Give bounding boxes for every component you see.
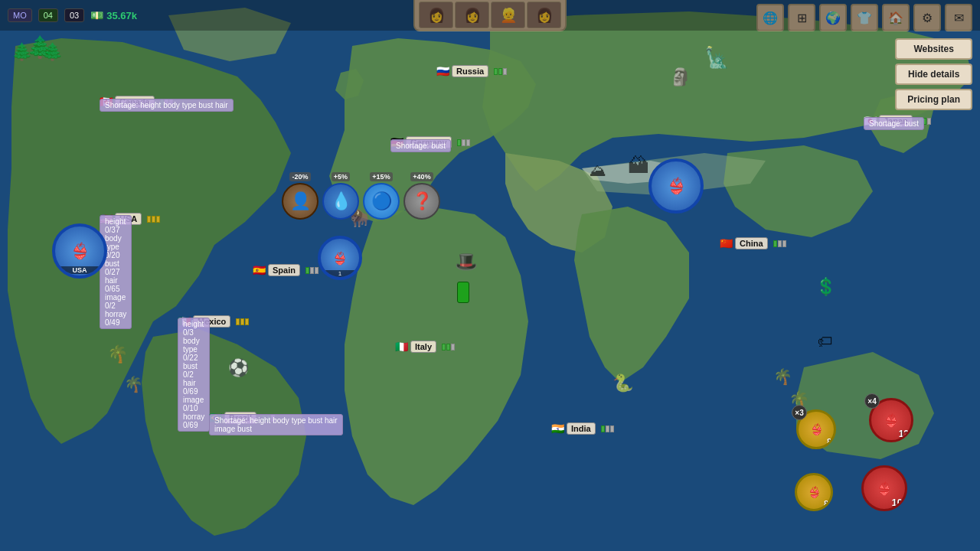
token-central[interactable]: 👙 1 xyxy=(318,236,362,280)
top-hat-deco: 🎩 xyxy=(455,251,478,272)
token-br-gold-2[interactable]: 👙 8 xyxy=(795,473,833,511)
snake-deco: 🐍 xyxy=(612,373,633,393)
map-icon-pct-2: +5% xyxy=(332,172,350,181)
hide-details-button[interactable]: Hide details xyxy=(895,64,972,85)
usa-bar xyxy=(147,216,160,223)
russia-bar xyxy=(494,68,507,75)
time2-value: 03 xyxy=(70,11,79,20)
usa-stats-line1: height 0/37 body type 0/20 bust 0/27 xyxy=(105,217,126,276)
moai: 🗿 xyxy=(670,67,691,87)
germany-bar-3 xyxy=(466,139,470,146)
china-label: 🇨🇳 China xyxy=(720,237,786,249)
italy-label: 🇮🇹 Italy xyxy=(395,341,455,353)
token-central-number: 1 xyxy=(321,270,359,277)
usa-stats: height 0/37 body type 0/20 bust 0/27 hai… xyxy=(100,215,132,329)
mo-badge: MO xyxy=(8,8,32,22)
spain-bar-3 xyxy=(315,267,318,274)
italy-flag: 🇮🇹 xyxy=(395,341,408,353)
game-status: MO 04 03 💵 35.67k xyxy=(0,8,145,22)
map-icon-circle-2: 💧 xyxy=(322,183,359,220)
token-asia-emoji: 👙 xyxy=(667,177,686,195)
china-bar-2 xyxy=(778,240,782,247)
token-br-red-1-badge: ×4 xyxy=(864,393,880,409)
india-bar-1 xyxy=(601,425,605,432)
russia-name: Russia xyxy=(452,65,488,77)
mexico-stats-line2: hair 0/69 image 0/10 horray 0/69 xyxy=(183,379,204,429)
china-bar-3 xyxy=(782,240,786,247)
germany-bar-2 xyxy=(462,139,466,146)
italy-bar-3 xyxy=(451,344,455,350)
green-beacon xyxy=(457,282,469,303)
italy-bar-1 xyxy=(442,344,446,350)
top-bar: MO 04 03 💵 35.67k xyxy=(0,0,980,31)
spain-name: Spain xyxy=(268,264,300,276)
map-icon-circle-3: 🔵 xyxy=(363,183,400,220)
map-icon-3[interactable]: +15% 🔵 xyxy=(363,172,400,220)
india-flag: 🇮🇳 xyxy=(551,422,564,435)
token-br-red-2[interactable]: 👙 10 xyxy=(861,465,907,511)
map-icon-pct-3: +15% xyxy=(370,172,392,181)
russia-label: 🇷🇺 Russia xyxy=(436,65,507,77)
mexico-bar-1 xyxy=(236,318,240,325)
germany-bar-1 xyxy=(457,139,461,146)
mountain-2: 🏔 xyxy=(628,153,649,178)
token-br-red-2-num: 10 xyxy=(892,497,903,508)
token-usa-emoji: 👙 xyxy=(70,242,90,260)
palm-3: 🌴 xyxy=(773,367,792,386)
usa-bar-2 xyxy=(152,216,155,223)
pricing-plan-button[interactable]: Pricing plan xyxy=(895,89,972,110)
token-br-gold-1-container: 👙 8 ×3 xyxy=(796,409,836,449)
map-icon-2[interactable]: +5% 💧 xyxy=(322,172,359,220)
italy-bar-2 xyxy=(446,344,450,350)
usa-stats-line2: hair 0/65 image 0/2 horray 0/49 xyxy=(105,276,126,327)
token-br-red-1-num: 12 xyxy=(899,429,909,439)
spain-bar-2 xyxy=(310,267,314,274)
palm-1: 🌴 xyxy=(107,344,128,364)
world-map-svg xyxy=(0,0,980,551)
italy-name: Italy xyxy=(410,341,436,353)
money-display: 💵 35.67k xyxy=(90,9,137,21)
usa-bar-1 xyxy=(147,216,151,223)
token-central-emoji: 👙 xyxy=(332,251,348,266)
map-icon-4[interactable]: +40% ❓ xyxy=(403,172,440,220)
time-badge-2: 03 xyxy=(64,8,84,22)
soccer-ball: ⚽ xyxy=(228,358,249,378)
token-br-gold-1-emoji: 👙 xyxy=(810,423,823,435)
token-br-red-2-container: 👙 10 xyxy=(861,465,907,511)
spain-label: 🇪🇸 Spain xyxy=(253,264,318,276)
china-bar xyxy=(773,240,786,247)
websites-button[interactable]: Websites xyxy=(895,38,972,60)
token-br-gold-2-num: 8 xyxy=(824,499,828,508)
token-br-red-2-emoji: 👙 xyxy=(877,481,892,496)
mountain-1: ⛰ xyxy=(590,161,606,181)
italy-bar xyxy=(442,344,455,350)
token-usa[interactable]: 👙 USA xyxy=(52,223,107,279)
spain-bar xyxy=(305,267,318,274)
mexico-stats: height 0/3 body type 0/22 bust 0/2 hair … xyxy=(178,318,210,432)
china-flag: 🇨🇳 xyxy=(720,237,733,249)
india-bar-2 xyxy=(606,425,609,432)
token-usa-label: USA xyxy=(55,266,104,274)
token-br-gold-1-num: 8 xyxy=(827,437,831,446)
token-br-red-1-emoji: 👙 xyxy=(884,413,899,428)
china-name: China xyxy=(735,237,768,249)
russia-bar-3 xyxy=(503,68,507,75)
mexico-stats-line1: height 0/3 body type 0/22 bust 0/2 xyxy=(183,320,204,379)
token-br-gold-2-emoji: 👙 xyxy=(808,486,821,498)
mo-label: MO xyxy=(13,11,27,20)
india-name: India xyxy=(567,422,596,435)
russia-bar-1 xyxy=(494,68,498,75)
india-bar-3 xyxy=(610,425,614,432)
russia-flag: 🇷🇺 xyxy=(436,65,449,77)
made-in-china-tag: 🏷 xyxy=(818,333,833,350)
token-br-gold-2-container: 👙 8 xyxy=(795,473,833,511)
mexico-bar-3 xyxy=(245,318,249,325)
token-br-gold-1-badge: ×3 xyxy=(792,405,807,420)
japan-shortage: Shortage: bust xyxy=(864,117,924,130)
token-asia[interactable]: 👙 xyxy=(648,158,704,214)
map-icon-1[interactable]: -20% 👤 xyxy=(282,172,318,220)
panel-buttons: Websites Hide details Pricing plan xyxy=(895,38,972,110)
russia-bar-2 xyxy=(498,68,502,75)
token-br-red-1-container: 👙 12 ×4 xyxy=(869,398,913,442)
map-icon-pct-4: +40% xyxy=(410,172,433,181)
